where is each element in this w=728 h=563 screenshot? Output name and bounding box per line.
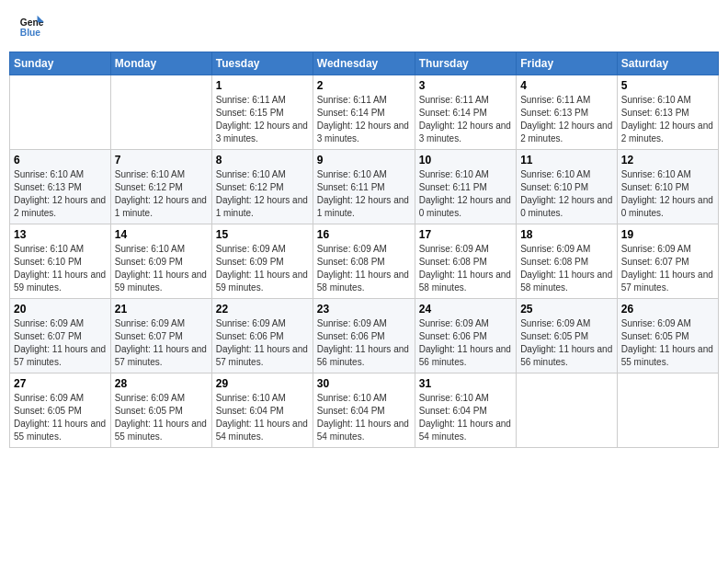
- calendar-cell: 3Sunrise: 6:11 AM Sunset: 6:14 PM Daylig…: [415, 75, 516, 150]
- calendar-cell: 1Sunrise: 6:11 AM Sunset: 6:15 PM Daylig…: [211, 75, 313, 150]
- calendar-cell: 5Sunrise: 6:10 AM Sunset: 6:13 PM Daylig…: [617, 75, 718, 150]
- day-info: Sunrise: 6:09 AM Sunset: 6:05 PM Dayligh…: [14, 392, 107, 443]
- calendar-cell: 25Sunrise: 6:09 AM Sunset: 6:05 PM Dayli…: [517, 299, 618, 373]
- day-header-thursday: Thursday: [415, 52, 516, 75]
- calendar-cell: 2Sunrise: 6:11 AM Sunset: 6:14 PM Daylig…: [313, 75, 415, 150]
- day-number: 5: [621, 79, 714, 92]
- calendar-cell: 14Sunrise: 6:10 AM Sunset: 6:09 PM Dayli…: [110, 224, 211, 299]
- calendar-body: 1Sunrise: 6:11 AM Sunset: 6:15 PM Daylig…: [10, 75, 719, 448]
- day-info: Sunrise: 6:10 AM Sunset: 6:10 PM Dayligh…: [520, 168, 613, 220]
- day-header-tuesday: Tuesday: [211, 52, 313, 75]
- day-info: Sunrise: 6:10 AM Sunset: 6:09 PM Dayligh…: [115, 243, 208, 294]
- calendar-cell: 30Sunrise: 6:10 AM Sunset: 6:04 PM Dayli…: [313, 373, 415, 448]
- day-number: 29: [216, 377, 309, 390]
- day-info: Sunrise: 6:11 AM Sunset: 6:14 PM Dayligh…: [419, 94, 512, 145]
- day-number: 25: [520, 303, 613, 316]
- day-info: Sunrise: 6:10 AM Sunset: 6:10 PM Dayligh…: [14, 243, 107, 294]
- day-number: 11: [520, 154, 613, 167]
- day-header-friday: Friday: [517, 52, 618, 75]
- day-number: 15: [216, 228, 309, 241]
- calendar-cell: 26Sunrise: 6:09 AM Sunset: 6:05 PM Dayli…: [617, 299, 718, 373]
- day-info: Sunrise: 6:09 AM Sunset: 6:07 PM Dayligh…: [115, 317, 208, 369]
- day-number: 4: [520, 79, 613, 92]
- day-info: Sunrise: 6:09 AM Sunset: 6:06 PM Dayligh…: [216, 317, 309, 369]
- calendar-cell: 20Sunrise: 6:09 AM Sunset: 6:07 PM Dayli…: [10, 299, 111, 373]
- calendar-cell: 24Sunrise: 6:09 AM Sunset: 6:06 PM Dayli…: [415, 299, 516, 373]
- svg-text:Blue: Blue: [20, 28, 41, 38]
- calendar-cell: 31Sunrise: 6:10 AM Sunset: 6:04 PM Dayli…: [415, 373, 516, 448]
- calendar-week-row: 6Sunrise: 6:10 AM Sunset: 6:13 PM Daylig…: [10, 150, 719, 224]
- day-number: 20: [14, 303, 107, 316]
- day-number: 14: [115, 228, 208, 241]
- day-info: Sunrise: 6:10 AM Sunset: 6:10 PM Dayligh…: [621, 168, 714, 220]
- calendar-cell: 4Sunrise: 6:11 AM Sunset: 6:13 PM Daylig…: [517, 75, 618, 150]
- day-number: 21: [115, 303, 208, 316]
- day-info: Sunrise: 6:09 AM Sunset: 6:06 PM Dayligh…: [419, 317, 512, 369]
- calendar-cell: 6Sunrise: 6:10 AM Sunset: 6:13 PM Daylig…: [10, 150, 111, 224]
- calendar-cell: 15Sunrise: 6:09 AM Sunset: 6:09 PM Dayli…: [211, 224, 313, 299]
- day-info: Sunrise: 6:09 AM Sunset: 6:05 PM Dayligh…: [520, 317, 613, 369]
- page-header: General Blue: [9, 9, 719, 44]
- day-number: 1: [216, 79, 309, 92]
- day-number: 13: [14, 228, 107, 241]
- calendar-week-row: 20Sunrise: 6:09 AM Sunset: 6:07 PM Dayli…: [10, 299, 719, 373]
- calendar-cell: 21Sunrise: 6:09 AM Sunset: 6:07 PM Dayli…: [110, 299, 211, 373]
- calendar-week-row: 1Sunrise: 6:11 AM Sunset: 6:15 PM Daylig…: [10, 75, 719, 150]
- day-number: 9: [317, 154, 411, 167]
- calendar-week-row: 13Sunrise: 6:10 AM Sunset: 6:10 PM Dayli…: [10, 224, 719, 299]
- day-info: Sunrise: 6:09 AM Sunset: 6:05 PM Dayligh…: [621, 317, 714, 369]
- calendar-cell: 10Sunrise: 6:10 AM Sunset: 6:11 PM Dayli…: [415, 150, 516, 224]
- day-info: Sunrise: 6:10 AM Sunset: 6:04 PM Dayligh…: [216, 392, 309, 443]
- day-number: 7: [115, 154, 208, 167]
- day-number: 28: [115, 377, 208, 390]
- day-number: 19: [621, 228, 714, 241]
- day-info: Sunrise: 6:10 AM Sunset: 6:12 PM Dayligh…: [115, 168, 208, 220]
- day-info: Sunrise: 6:10 AM Sunset: 6:11 PM Dayligh…: [317, 168, 411, 220]
- logo: General Blue: [18, 14, 48, 40]
- day-header-wednesday: Wednesday: [313, 52, 415, 75]
- day-info: Sunrise: 6:09 AM Sunset: 6:05 PM Dayligh…: [115, 392, 208, 443]
- day-info: Sunrise: 6:09 AM Sunset: 6:08 PM Dayligh…: [520, 243, 613, 294]
- day-info: Sunrise: 6:11 AM Sunset: 6:13 PM Dayligh…: [520, 94, 613, 145]
- calendar-cell: 23Sunrise: 6:09 AM Sunset: 6:06 PM Dayli…: [313, 299, 415, 373]
- calendar-table: SundayMondayTuesdayWednesdayThursdayFrid…: [9, 52, 719, 448]
- day-number: 16: [317, 228, 411, 241]
- calendar-cell: 22Sunrise: 6:09 AM Sunset: 6:06 PM Dayli…: [211, 299, 313, 373]
- day-number: 23: [317, 303, 411, 316]
- day-number: 12: [621, 154, 714, 167]
- calendar-cell: 8Sunrise: 6:10 AM Sunset: 6:12 PM Daylig…: [211, 150, 313, 224]
- day-info: Sunrise: 6:10 AM Sunset: 6:12 PM Dayligh…: [216, 168, 309, 220]
- day-info: Sunrise: 6:10 AM Sunset: 6:04 PM Dayligh…: [317, 392, 411, 443]
- day-info: Sunrise: 6:09 AM Sunset: 6:08 PM Dayligh…: [419, 243, 512, 294]
- calendar-cell: [617, 373, 718, 448]
- calendar-cell: 27Sunrise: 6:09 AM Sunset: 6:05 PM Dayli…: [10, 373, 111, 448]
- calendar-cell: 7Sunrise: 6:10 AM Sunset: 6:12 PM Daylig…: [110, 150, 211, 224]
- day-info: Sunrise: 6:11 AM Sunset: 6:15 PM Dayligh…: [216, 94, 309, 145]
- calendar-cell: 19Sunrise: 6:09 AM Sunset: 6:07 PM Dayli…: [617, 224, 718, 299]
- day-info: Sunrise: 6:10 AM Sunset: 6:04 PM Dayligh…: [419, 392, 512, 443]
- calendar-cell: 9Sunrise: 6:10 AM Sunset: 6:11 PM Daylig…: [313, 150, 415, 224]
- day-number: 26: [621, 303, 714, 316]
- day-info: Sunrise: 6:09 AM Sunset: 6:08 PM Dayligh…: [317, 243, 411, 294]
- day-header-sunday: Sunday: [10, 52, 111, 75]
- day-info: Sunrise: 6:10 AM Sunset: 6:11 PM Dayligh…: [419, 168, 512, 220]
- day-number: 2: [317, 79, 411, 92]
- day-number: 22: [216, 303, 309, 316]
- day-number: 24: [419, 303, 512, 316]
- day-number: 8: [216, 154, 309, 167]
- day-info: Sunrise: 6:10 AM Sunset: 6:13 PM Dayligh…: [621, 94, 714, 145]
- day-number: 31: [419, 377, 512, 390]
- day-info: Sunrise: 6:11 AM Sunset: 6:14 PM Dayligh…: [317, 94, 411, 145]
- calendar-cell: 18Sunrise: 6:09 AM Sunset: 6:08 PM Dayli…: [517, 224, 618, 299]
- calendar-cell: [10, 75, 111, 150]
- day-info: Sunrise: 6:09 AM Sunset: 6:09 PM Dayligh…: [216, 243, 309, 294]
- calendar-week-row: 27Sunrise: 6:09 AM Sunset: 6:05 PM Dayli…: [10, 373, 719, 448]
- logo-icon: General Blue: [18, 14, 44, 40]
- day-number: 10: [419, 154, 512, 167]
- calendar-cell: 17Sunrise: 6:09 AM Sunset: 6:08 PM Dayli…: [415, 224, 516, 299]
- day-info: Sunrise: 6:09 AM Sunset: 6:06 PM Dayligh…: [317, 317, 411, 369]
- calendar-cell: [517, 373, 618, 448]
- calendar-cell: 11Sunrise: 6:10 AM Sunset: 6:10 PM Dayli…: [517, 150, 618, 224]
- day-number: 18: [520, 228, 613, 241]
- calendar-cell: 13Sunrise: 6:10 AM Sunset: 6:10 PM Dayli…: [10, 224, 111, 299]
